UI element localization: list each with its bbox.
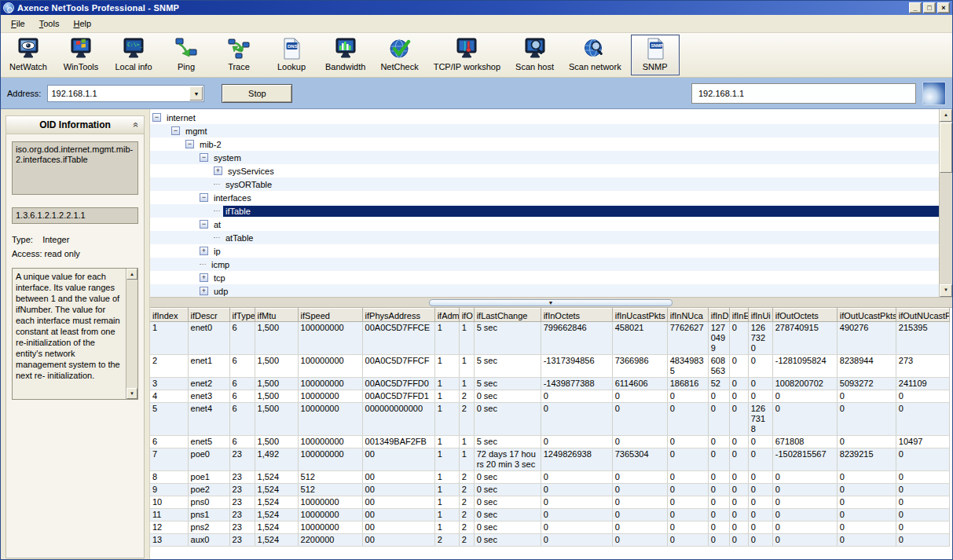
table-cell[interactable]: 0	[729, 522, 748, 534]
column-header-ifOutOctets[interactable]: ifOutOctets	[772, 309, 837, 322]
table-cell[interactable]: 0	[896, 390, 949, 403]
tree-item-mgmt[interactable]: −mgmt	[150, 124, 939, 137]
table-cell[interactable]: enet5	[188, 436, 229, 448]
table-cell[interactable]: enet1	[188, 355, 229, 378]
table-cell[interactable]: 273	[896, 355, 949, 378]
table-cell[interactable]: 2	[459, 522, 474, 534]
chevron-down-icon[interactable]: ▼	[189, 86, 203, 101]
tree-label[interactable]: system	[211, 152, 244, 163]
table-cell[interactable]: 10497	[896, 436, 949, 448]
table-cell[interactable]: 2200000	[298, 534, 362, 547]
table-cell[interactable]: 0	[729, 471, 748, 484]
table-cell[interactable]: 23	[229, 484, 255, 496]
table-cell[interactable]: 0	[748, 355, 772, 378]
column-header-ifMtu[interactable]: ifMtu	[255, 309, 298, 322]
table-cell[interactable]: 00	[362, 522, 434, 534]
table-cell[interactable]: 00	[362, 509, 434, 522]
column-header-ifIndex[interactable]: ifIndex	[150, 309, 188, 322]
table-cell[interactable]: 100000000	[298, 378, 362, 390]
splitter-handle[interactable]: ▼	[429, 299, 673, 306]
table-row[interactable]: 7poe0231,492100000000001172 days 17 hour…	[150, 448, 950, 471]
table-cell[interactable]: 8	[150, 471, 188, 484]
table-cell[interactable]: 0	[541, 390, 612, 403]
table-cell[interactable]: 6	[229, 403, 255, 436]
scroll-up-icon[interactable]: ▲	[940, 109, 952, 122]
table-cell[interactable]: enet3	[188, 390, 229, 403]
host-field[interactable]: 192.168.1.1	[691, 83, 916, 104]
tree-item-ifTable[interactable]: ifTable	[150, 204, 939, 218]
table-cell[interactable]: 2	[459, 484, 474, 496]
collapse-toggle-icon[interactable]: −	[152, 113, 161, 122]
tree-item-ip[interactable]: +ip	[150, 244, 939, 258]
table-cell[interactable]: enet0	[188, 322, 229, 355]
collapse-toggle-icon[interactable]: −	[200, 193, 208, 202]
table-cell[interactable]: 4	[150, 390, 188, 403]
table-cell[interactable]: 7366986	[612, 355, 667, 378]
column-header-ifInNUca[interactable]: ifInNUca	[667, 309, 708, 322]
table-cell[interactable]: 1,500	[255, 378, 298, 390]
table-cell[interactable]: 00A0C5D7FFCE	[362, 322, 434, 355]
table-cell[interactable]: 00	[362, 448, 434, 471]
table-cell[interactable]: 5	[150, 403, 188, 436]
table-cell[interactable]: 00A0C5D7FFD0	[362, 378, 434, 390]
table-cell[interactable]: 23	[229, 509, 255, 522]
table-cell[interactable]: 1,524	[255, 509, 298, 522]
table-cell[interactable]: 1,524	[255, 496, 298, 509]
table-cell[interactable]: 0	[837, 496, 896, 509]
table-cell[interactable]: 7762627	[667, 322, 708, 355]
table-cell[interactable]: 0	[708, 448, 729, 471]
table-cell[interactable]: poe2	[188, 484, 229, 496]
tree-label[interactable]: udp	[211, 286, 230, 297]
menu-help[interactable]: Help	[66, 16, 98, 31]
table-row[interactable]: 4enet361,5001000000000A0C5D7FFD1120 sec0…	[150, 390, 950, 403]
table-cell[interactable]: poe0	[188, 448, 229, 471]
table-cell[interactable]: 0	[896, 448, 949, 471]
table-row[interactable]: 6enet561,500100000000001349BAF2FB115 sec…	[150, 436, 950, 448]
table-cell[interactable]: poe1	[188, 471, 229, 484]
table-cell[interactable]: 799662846	[541, 322, 612, 355]
table-cell[interactable]: 23	[229, 471, 255, 484]
column-header-ifAdm[interactable]: ifAdm	[434, 309, 459, 322]
table-cell[interactable]: 512	[298, 484, 362, 496]
table-cell[interactable]: 1	[459, 448, 474, 471]
table-cell[interactable]: 11	[150, 509, 188, 522]
table-cell[interactable]: 1	[434, 522, 459, 534]
table-cell[interactable]: 0	[612, 509, 667, 522]
table-cell[interactable]: 0	[896, 484, 949, 496]
table-cell[interactable]: 0 sec	[474, 471, 541, 484]
tree-item-atTable[interactable]: atTable	[150, 231, 939, 244]
table-cell[interactable]: 0	[612, 496, 667, 509]
column-header-ifInOctets[interactable]: ifInOctets	[541, 309, 612, 322]
table-cell[interactable]: 608563	[708, 355, 729, 378]
tree-label[interactable]: internet	[164, 112, 198, 123]
scroll-down-icon[interactable]: ▼	[126, 388, 137, 399]
tree-label[interactable]: interfaces	[211, 192, 254, 203]
tree-item-icmp[interactable]: icmp	[150, 258, 939, 271]
table-cell[interactable]: 1	[434, 484, 459, 496]
table-cell[interactable]: 1,500	[255, 390, 298, 403]
table-cell[interactable]: 1	[434, 448, 459, 471]
table-cell[interactable]: 00	[362, 471, 434, 484]
table-row[interactable]: 8poe1231,52451200120 sec000000000	[150, 471, 950, 484]
table-cell[interactable]: 0	[667, 390, 708, 403]
table-cell[interactable]: 0	[772, 471, 837, 484]
tree-label[interactable]: at	[211, 219, 223, 230]
table-cell[interactable]: 5 sec	[474, 322, 541, 355]
table-row[interactable]: 13aux0231,524220000000220 sec000000000	[150, 534, 950, 547]
table-cell[interactable]: 0	[837, 534, 896, 547]
table-cell[interactable]: -1439877388	[541, 378, 612, 390]
table-cell[interactable]: 0	[729, 378, 748, 390]
table-cell[interactable]: 0	[729, 534, 748, 547]
table-cell[interactable]: 0	[729, 448, 748, 471]
scroll-up-icon[interactable]: ▲	[126, 269, 137, 280]
table-cell[interactable]: 23	[229, 496, 255, 509]
table-cell[interactable]: 0	[748, 534, 772, 547]
table-cell[interactable]: 0	[729, 390, 748, 403]
tree-label[interactable]: tcp	[211, 273, 228, 284]
table-row[interactable]: 11pns1231,5241000000000120 sec000000000	[150, 509, 950, 522]
table-cell[interactable]: 1	[434, 509, 459, 522]
table-cell[interactable]: 0	[708, 471, 729, 484]
table-cell[interactable]: 2	[459, 534, 474, 547]
table-row[interactable]: 9poe2231,52451200120 sec000000000	[150, 484, 950, 496]
table-cell[interactable]: 0	[896, 522, 949, 534]
